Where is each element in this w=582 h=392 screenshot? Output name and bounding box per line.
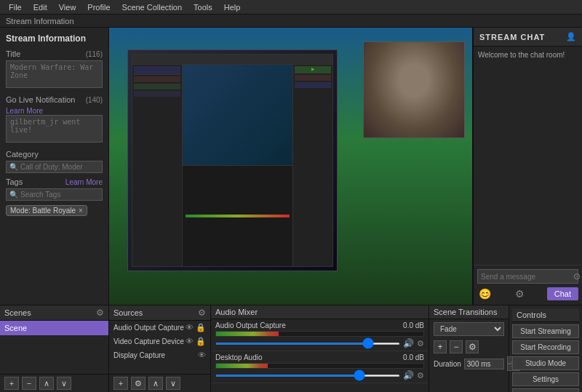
- scenes-panel: Scenes ⚙ Scene + − ∧ ∨: [0, 305, 109, 392]
- scene-down-btn[interactable]: ∨: [57, 377, 71, 390]
- go-live-input[interactable]: [6, 115, 103, 143]
- chat-emoji-btn[interactable]: 😊: [477, 287, 493, 301]
- scene-transitions-panel: Scene Transitions Fade + − ⚙ Duration ▲ …: [429, 305, 509, 392]
- menu-profile[interactable]: Profile: [81, 1, 116, 13]
- source-add-btn[interactable]: +: [113, 377, 128, 390]
- source-0-lock-icon[interactable]: 🔒: [196, 323, 206, 332]
- tags-search-input[interactable]: [20, 191, 99, 199]
- audio-track-0-speaker-icon[interactable]: 🔊: [403, 338, 414, 348]
- main-area: Stream Information Title (116) Go Live N…: [0, 28, 582, 305]
- sources-list: Audio Output Capture 👁 🔒 Video Capture D…: [109, 321, 210, 374]
- audio-track-0-header: Audio Output Capture 0.0 dB: [215, 321, 424, 329]
- sources-toolbar: + ⚙ ∧ ∨: [109, 374, 210, 392]
- menu-tools[interactable]: Tools: [188, 1, 218, 13]
- source-0-eye-icon[interactable]: 👁: [186, 323, 194, 332]
- chat-send-btn[interactable]: Chat: [547, 287, 578, 300]
- webcam-feed: [364, 42, 464, 137]
- menu-view[interactable]: View: [53, 1, 82, 13]
- chat-settings-btn[interactable]: ⚙: [514, 287, 526, 301]
- chat-header: STREAM CHAT 👤: [474, 28, 582, 47]
- start-recording-btn[interactable]: Start Recording: [512, 340, 579, 354]
- audio-track-1-volume[interactable]: [215, 375, 400, 377]
- audio-track-0-settings-icon[interactable]: ⚙: [417, 339, 424, 348]
- duration-input[interactable]: [464, 359, 504, 369]
- duration-row: Duration ▲ ▼: [429, 355, 509, 372]
- chat-input-row: ⊙: [477, 269, 578, 284]
- preview-screen-inner: ▶: [128, 50, 337, 271]
- preview-panel: ▶: [109, 28, 473, 305]
- chat-bottom-bar: 😊 ⚙ Chat: [477, 287, 578, 301]
- audio-track-0-volume[interactable]: [215, 343, 400, 345]
- exit-btn[interactable]: Exit: [512, 388, 579, 392]
- tags-learn-more[interactable]: Learn More: [65, 178, 103, 186]
- titlebar-text: Stream Information: [6, 17, 74, 25]
- menu-scene-collection[interactable]: Scene Collection: [116, 1, 188, 13]
- audio-track-1-controls: 🔊 ⚙: [215, 370, 424, 380]
- obs-mini-ui: ▶: [132, 54, 333, 267]
- start-streaming-btn[interactable]: Start Streaming: [512, 324, 579, 338]
- chat-title: STREAM CHAT: [479, 33, 545, 41]
- transition-controls-row: + − ⚙: [429, 339, 509, 355]
- chat-message-input[interactable]: [481, 273, 573, 281]
- scene-add-btn[interactable]: +: [4, 377, 19, 390]
- tag-remove-btn[interactable]: ×: [79, 207, 83, 215]
- source-down-btn[interactable]: ∨: [166, 377, 180, 390]
- audio-track-0-name: Audio Output Capture: [215, 321, 286, 329]
- tags-search-icon: 🔍: [9, 191, 18, 199]
- scenes-config-icon[interactable]: ⚙: [96, 308, 104, 318]
- sources-panel: Sources ⚙ Audio Output Capture 👁 🔒 Video…: [109, 305, 211, 392]
- menu-file[interactable]: File: [3, 1, 28, 13]
- tags-field-label: Tags Learn More: [6, 177, 103, 186]
- audio-track-0-meter: [215, 331, 424, 337]
- transition-settings-btn[interactable]: ⚙: [466, 340, 479, 353]
- obs-mini-header: [132, 55, 332, 65]
- tag-battle-royale: Mode: Battle Royale ×: [6, 205, 87, 216]
- sources-header: Sources ⚙: [109, 305, 210, 321]
- controls-header: Controls: [512, 308, 579, 322]
- stream-info-panel: Stream Information Title (116) Go Live N…: [0, 28, 109, 305]
- audio-track-0-controls: 🔊 ⚙: [215, 338, 424, 348]
- go-live-learn-more[interactable]: Learn More: [6, 107, 43, 115]
- scenes-header: Scenes ⚙: [0, 305, 108, 321]
- audio-track-1-db: 0.0 dB: [403, 353, 424, 361]
- scene-up-btn[interactable]: ∧: [39, 377, 54, 390]
- bottom-panels: Scenes ⚙ Scene + − ∧ ∨ Sources ⚙ Audio O…: [0, 305, 582, 392]
- category-search-input[interactable]: [20, 163, 99, 171]
- settings-btn[interactable]: Settings: [512, 372, 579, 386]
- source-settings-btn[interactable]: ⚙: [131, 377, 146, 390]
- scene-remove-btn[interactable]: −: [22, 377, 36, 390]
- transition-remove-btn[interactable]: −: [450, 340, 463, 353]
- transition-add-btn[interactable]: +: [434, 340, 447, 353]
- sources-config-icon[interactable]: ⚙: [198, 308, 206, 318]
- source-0-icons: 👁 🔒: [186, 323, 206, 332]
- scene-item-0[interactable]: Scene: [0, 321, 108, 335]
- source-item-0: Audio Output Capture 👁 🔒: [109, 321, 210, 335]
- go-live-field-label: Go Live Notification (140): [6, 95, 103, 104]
- audio-track-1-settings-icon[interactable]: ⚙: [417, 371, 424, 380]
- obs-mini-right: ▶: [292, 65, 332, 266]
- source-2-eye-icon[interactable]: 👁: [198, 351, 206, 359]
- menu-bar: File Edit View Profile Scene Collection …: [0, 0, 582, 15]
- transition-type-select[interactable]: Fade: [434, 322, 504, 336]
- studio-mode-btn[interactable]: Studio Mode: [512, 356, 579, 370]
- source-1-lock-icon[interactable]: 🔒: [196, 337, 206, 346]
- menu-help[interactable]: Help: [218, 1, 247, 13]
- chat-messages: Welcome to the chat room!: [474, 47, 582, 265]
- stream-info-heading: Stream Information: [6, 33, 103, 44]
- audio-track-1-speaker-icon[interactable]: 🔊: [403, 370, 414, 380]
- category-search-icon: 🔍: [9, 163, 18, 171]
- tags-search-wrap: 🔍: [6, 188, 103, 201]
- audio-mixer-panel: Audio Mixer Audio Output Capture 0.0 dB …: [211, 305, 429, 392]
- chat-input-area: ⊙ 😊 ⚙ Chat: [474, 265, 582, 305]
- title-input[interactable]: [6, 60, 103, 88]
- chat-panel: STREAM CHAT 👤 Welcome to the chat room! …: [473, 28, 582, 305]
- audio-track-0: Audio Output Capture 0.0 dB 🔊 ⚙: [211, 319, 428, 351]
- source-item-2: Display Capture 👁: [109, 348, 210, 361]
- menu-edit[interactable]: Edit: [28, 1, 53, 13]
- preview-webcam: [363, 41, 465, 138]
- source-up-btn[interactable]: ∧: [148, 377, 163, 390]
- source-1-eye-icon[interactable]: 👁: [186, 337, 194, 346]
- chat-send-icon: ⊙: [573, 271, 581, 281]
- obs-mini-left: [132, 65, 183, 266]
- source-1-icons: 👁 🔒: [186, 337, 206, 346]
